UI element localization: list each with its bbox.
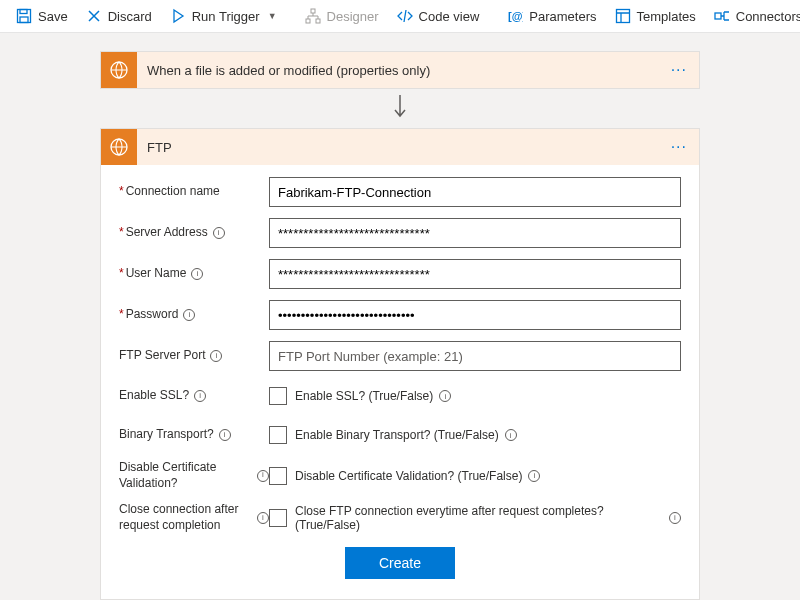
svg-rect-5 <box>316 19 320 23</box>
connectors-label: Connectors <box>736 9 800 24</box>
play-icon <box>170 8 186 24</box>
designer-canvas: When a file is added or modified (proper… <box>0 33 800 600</box>
toolbar: Save Discard Run Trigger ▼ Designer Code… <box>0 0 800 33</box>
info-icon[interactable]: i <box>439 390 451 402</box>
info-icon[interactable]: i <box>669 512 681 524</box>
save-icon <box>16 8 32 24</box>
svg-rect-2 <box>20 17 28 23</box>
port-input[interactable] <box>269 341 681 371</box>
discard-label: Discard <box>108 9 152 24</box>
svg-rect-8 <box>715 13 721 19</box>
enable-ssl-label: Enable SSL?i <box>119 388 269 404</box>
templates-label: Templates <box>637 9 696 24</box>
save-button[interactable]: Save <box>8 4 76 28</box>
binary-transport-label: Binary Transport?i <box>119 427 269 443</box>
ftp-action-card: FTP ··· *Connection name *Server Address… <box>100 128 700 600</box>
binary-transport-checkbox[interactable] <box>269 426 287 444</box>
user-name-label: *User Namei <box>119 266 269 282</box>
password-input[interactable] <box>269 300 681 330</box>
info-icon[interactable]: i <box>213 227 225 239</box>
save-label: Save <box>38 9 68 24</box>
svg-rect-1 <box>20 10 27 14</box>
disable-cert-label: Disable Certificate Validation?i <box>119 460 269 491</box>
run-trigger-label: Run Trigger <box>192 9 260 24</box>
chevron-down-icon: ▼ <box>268 11 277 21</box>
parameters-icon: [@] <box>507 8 523 24</box>
run-trigger-button[interactable]: Run Trigger ▼ <box>162 4 285 28</box>
ftp-connector-icon <box>101 52 137 88</box>
designer-label: Designer <box>327 9 379 24</box>
designer-button: Designer <box>297 4 387 28</box>
ftp-menu-button[interactable]: ··· <box>659 138 699 156</box>
templates-icon <box>615 8 631 24</box>
close-connection-label: Close connection after request completio… <box>119 502 269 533</box>
connection-name-input[interactable] <box>269 177 681 207</box>
code-view-label: Code view <box>419 9 480 24</box>
info-icon[interactable]: i <box>505 429 517 441</box>
trigger-menu-button[interactable]: ··· <box>659 61 699 79</box>
ftp-title: FTP <box>137 140 659 155</box>
svg-rect-3 <box>311 9 315 13</box>
info-icon[interactable]: i <box>191 268 203 280</box>
enable-ssl-checkbox[interactable] <box>269 387 287 405</box>
designer-icon <box>305 8 321 24</box>
info-icon[interactable]: i <box>257 512 269 524</box>
server-address-input[interactable] <box>269 218 681 248</box>
close-connection-checkbox[interactable] <box>269 509 287 527</box>
svg-text:[@]: [@] <box>508 10 523 22</box>
info-icon[interactable]: i <box>257 470 269 482</box>
ftp-connector-icon <box>101 129 137 165</box>
info-icon[interactable]: i <box>194 390 206 402</box>
user-name-input[interactable] <box>269 259 681 289</box>
trigger-title: When a file is added or modified (proper… <box>137 63 659 78</box>
info-icon[interactable]: i <box>219 429 231 441</box>
info-icon[interactable]: i <box>210 350 222 362</box>
templates-button[interactable]: Templates <box>607 4 704 28</box>
create-button[interactable]: Create <box>345 547 455 579</box>
connection-name-label: *Connection name <box>119 184 269 200</box>
parameters-button[interactable]: [@] Parameters <box>499 4 604 28</box>
server-address-label: *Server Addressi <box>119 225 269 241</box>
password-label: *Passwordi <box>119 307 269 323</box>
parameters-label: Parameters <box>529 9 596 24</box>
code-view-button[interactable]: Code view <box>389 4 488 28</box>
info-icon[interactable]: i <box>183 309 195 321</box>
flow-arrow <box>100 89 700 128</box>
port-label: FTP Server Porti <box>119 348 269 364</box>
trigger-card[interactable]: When a file is added or modified (proper… <box>100 51 700 89</box>
discard-icon <box>86 8 102 24</box>
disable-cert-checkbox[interactable] <box>269 467 287 485</box>
connectors-icon <box>714 8 730 24</box>
info-icon[interactable]: i <box>528 470 540 482</box>
discard-button[interactable]: Discard <box>78 4 160 28</box>
svg-rect-4 <box>306 19 310 23</box>
code-icon <box>397 8 413 24</box>
connectors-button[interactable]: Connectors <box>706 4 800 28</box>
svg-rect-7 <box>616 10 629 23</box>
